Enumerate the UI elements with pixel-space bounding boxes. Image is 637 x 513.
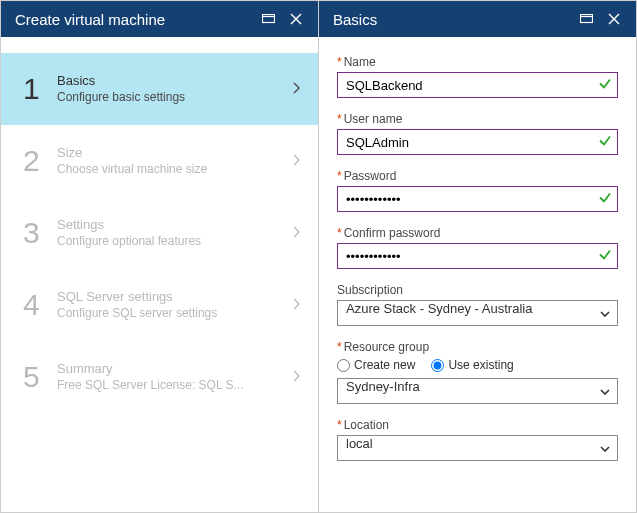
close-icon[interactable] [282,5,310,33]
restore-icon[interactable] [572,5,600,33]
step-title: SQL Server settings [57,289,288,306]
step-number: 5 [23,360,57,394]
name-input[interactable] [337,72,618,98]
step-size[interactable]: 2 Size Choose virtual machine size [1,125,318,197]
step-sql-settings[interactable]: 4 SQL Server settings Configure SQL serv… [1,269,318,341]
step-number: 2 [23,144,57,178]
required-icon: * [337,340,342,354]
chevron-right-icon [288,82,304,97]
required-icon: * [337,418,342,432]
restore-icon[interactable] [254,5,282,33]
required-icon: * [337,169,342,183]
password-input[interactable] [337,186,618,212]
step-title: Settings [57,217,288,234]
rg-use-existing-radio[interactable]: Use existing [431,358,513,372]
resource-group-label: *Resource group [337,340,618,354]
username-label: *User name [337,112,618,126]
required-icon: * [337,226,342,240]
rg-create-new-radio[interactable]: Create new [337,358,415,372]
subscription-select[interactable]: Azure Stack - Sydney - Australia [337,300,618,326]
step-subtitle: Free SQL Server License: SQL S... [57,378,288,394]
close-icon[interactable] [600,5,628,33]
confirm-password-label: *Confirm password [337,226,618,240]
location-select[interactable]: local [337,435,618,461]
basics-form: *Name *User name *Password [319,37,636,485]
chevron-right-icon [288,154,304,169]
step-summary[interactable]: 5 Summary Free SQL Server License: SQL S… [1,341,318,413]
password-label: *Password [337,169,618,183]
resource-group-select[interactable]: Sydney-Infra [337,378,618,404]
chevron-right-icon [288,370,304,385]
step-settings[interactable]: 3 Settings Configure optional features [1,197,318,269]
right-blade-header: Basics [319,1,636,37]
right-blade-title: Basics [333,11,572,28]
step-number: 4 [23,288,57,322]
svg-rect-4 [580,14,592,22]
step-basics[interactable]: 1 Basics Configure basic settings [1,53,318,125]
chevron-right-icon [288,226,304,241]
step-number: 3 [23,216,57,250]
step-subtitle: Configure basic settings [57,90,288,106]
step-number: 1 [23,72,57,106]
step-title: Basics [57,73,288,90]
left-blade-title: Create virtual machine [15,11,254,28]
wizard-steps: 1 Basics Configure basic settings 2 Size… [1,37,318,413]
svg-rect-0 [262,14,274,22]
step-title: Summary [57,361,288,378]
subscription-label: Subscription [337,283,618,297]
left-blade-header: Create virtual machine [1,1,318,37]
location-label: *Location [337,418,618,432]
chevron-right-icon [288,298,304,313]
step-title: Size [57,145,288,162]
step-subtitle: Choose virtual machine size [57,162,288,178]
required-icon: * [337,55,342,69]
required-icon: * [337,112,342,126]
name-label: *Name [337,55,618,69]
confirm-password-input[interactable] [337,243,618,269]
username-input[interactable] [337,129,618,155]
step-subtitle: Configure optional features [57,234,288,250]
step-subtitle: Configure SQL server settings [57,306,288,322]
